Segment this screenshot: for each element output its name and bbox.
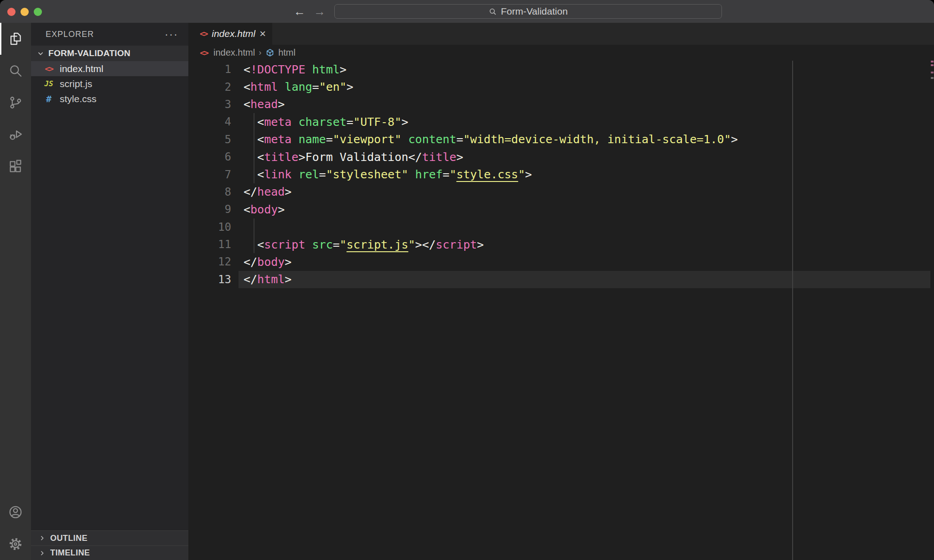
activity-extensions-button[interactable] [0, 150, 31, 182]
search-title-text: Form-Validation [501, 6, 568, 17]
activity-search-button[interactable] [0, 55, 31, 87]
line-number: 8 [188, 186, 244, 198]
code-line-9[interactable]: 9<body> [188, 201, 934, 218]
line-content: </html> [244, 273, 291, 286]
code-line-13[interactable]: 13</html> [188, 271, 934, 288]
file-label: style.css [60, 93, 97, 104]
tab-strip: <> index.html × [188, 23, 934, 45]
file-label: index.html [60, 63, 104, 74]
code-line-3[interactable]: 3<head> [188, 96, 934, 113]
line-content: <script src="script.js"></script> [244, 238, 484, 251]
css-file-icon: # [42, 93, 55, 104]
line-content: <head> [244, 98, 285, 111]
views-and-more-actions-icon[interactable]: ··· [165, 32, 178, 36]
code-line-7[interactable]: 7 <link rel="stylesheet" href="style.css… [188, 166, 934, 183]
chevron-right-icon [37, 534, 47, 543]
gear-icon [7, 536, 24, 552]
line-number: 2 [188, 81, 244, 93]
code-line-6[interactable]: 6 <title>Form Validation</title> [188, 148, 934, 166]
breadcrumb: <> index.html › html [188, 45, 934, 61]
close-window-button[interactable] [7, 8, 16, 16]
overview-ruler[interactable] [930, 61, 934, 560]
source-control-icon [8, 95, 23, 110]
overview-decoration [931, 64, 934, 66]
code-area[interactable]: 1<!DOCTYPE html>2<html lang="en">3<head>… [188, 61, 934, 560]
editor-group: <> index.html × <> index.html › html [188, 23, 934, 560]
outline-section-label: OUTLINE [50, 534, 88, 543]
code-line-5[interactable]: 5 <meta name="viewport" content="width=d… [188, 131, 934, 148]
file-row-script-js[interactable]: JSscript.js [31, 76, 188, 91]
code-line-10[interactable]: 10 [188, 218, 934, 236]
line-content: </body> [244, 255, 291, 269]
minimize-window-button[interactable] [21, 8, 29, 16]
html-file-icon: <> [197, 48, 210, 57]
line-number: 11 [188, 238, 244, 251]
close-tab-icon[interactable]: × [259, 28, 266, 39]
line-content: <html lang="en"> [244, 80, 353, 93]
tab-label: index.html [212, 28, 255, 39]
debug-icon [8, 127, 23, 142]
zoom-window-button[interactable] [34, 8, 42, 16]
line-number: 1 [188, 63, 244, 76]
line-content: <title>Form Validation</title> [244, 150, 463, 164]
activity-settings-button[interactable] [0, 528, 31, 560]
overview-decoration [931, 77, 934, 79]
line-number: 3 [188, 98, 244, 111]
line-number: 7 [188, 168, 244, 181]
html-file-icon: <> [199, 29, 208, 38]
files-icon [8, 31, 23, 47]
traffic-lights [7, 8, 42, 16]
back-arrow-icon[interactable]: ← [294, 5, 306, 19]
code-line-11[interactable]: 11 <script src="script.js"></script> [188, 236, 934, 253]
activity-source-control-button[interactable] [0, 87, 31, 119]
overview-decoration [931, 61, 934, 62]
outline-section-header[interactable]: OUTLINE [31, 530, 188, 545]
explorer-title: EXPLORER [46, 30, 94, 39]
code-line-1[interactable]: 1<!DOCTYPE html> [188, 61, 934, 78]
line-number: 12 [188, 255, 244, 268]
line-content: <link rel="stylesheet" href="style.css"> [244, 168, 532, 181]
explorer-sidebar: EXPLORER ··· FORM-VALIDATION <>index.htm… [31, 23, 188, 560]
chevron-down-icon [36, 48, 46, 58]
line-number: 6 [188, 150, 244, 163]
search-icon [8, 63, 23, 78]
activity-run-debug-button[interactable] [0, 119, 31, 150]
tab-index-html[interactable]: <> index.html × [188, 23, 272, 45]
file-label: script.js [60, 78, 92, 89]
account-icon [8, 504, 23, 520]
vscode-window: ← → Form-Validation EXPLORER ··· FORM-VA… [0, 0, 934, 560]
line-number: 10 [188, 221, 244, 233]
activity-explorer-button[interactable] [0, 23, 31, 55]
breadcrumb-separator: › [259, 48, 261, 57]
folder-root-label: FORM-VALIDATION [48, 48, 130, 58]
line-number: 9 [188, 203, 244, 216]
titlebar: ← → Form-Validation [0, 0, 934, 23]
file-row-index-html[interactable]: <>index.html [31, 61, 188, 76]
extensions-icon [8, 159, 23, 174]
js-file-icon: JS [42, 79, 55, 88]
timeline-section-header[interactable]: TIMELINE [31, 545, 188, 560]
html-file-icon: <> [42, 64, 55, 73]
line-content: <body> [244, 203, 285, 216]
line-content: <meta name="viewport" content="width=dev… [244, 133, 738, 146]
command-center-search[interactable]: Form-Validation [334, 4, 722, 19]
overview-decoration [931, 72, 934, 73]
symbol-cube-icon [265, 48, 275, 58]
breadcrumb-file[interactable]: <> index.html [197, 47, 255, 58]
breadcrumb-symbol[interactable]: html [265, 47, 296, 58]
activity-bar [0, 23, 31, 560]
code-line-4[interactable]: 4 <meta charset="UTF-8"> [188, 113, 934, 130]
search-icon [488, 7, 497, 16]
file-row-style-css[interactable]: #style.css [31, 91, 188, 106]
line-content: </head> [244, 185, 291, 198]
line-number: 13 [188, 273, 244, 286]
timeline-section-label: TIMELINE [50, 548, 90, 558]
code-line-8[interactable]: 8</head> [188, 183, 934, 201]
folder-root-row[interactable]: FORM-VALIDATION [31, 46, 188, 61]
code-line-12[interactable]: 12</body> [188, 253, 934, 270]
line-content: <!DOCTYPE html> [244, 63, 347, 76]
forward-arrow-icon[interactable]: → [314, 5, 326, 19]
line-number: 4 [188, 115, 244, 128]
code-line-2[interactable]: 2<html lang="en"> [188, 78, 934, 95]
activity-accounts-button[interactable] [0, 496, 31, 528]
